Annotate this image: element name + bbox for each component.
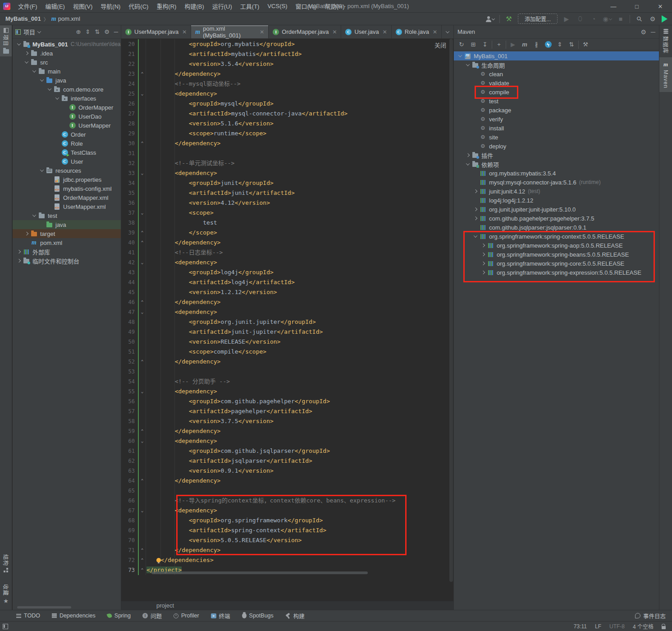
- menu-item[interactable]: 重构(R): [152, 0, 180, 13]
- code-line[interactable]: 23⌃ </dependency>: [121, 69, 449, 79]
- code-line[interactable]: 45 <version>1.2.12</version>: [121, 287, 449, 297]
- project-tree-row[interactable]: OrderMapper.xml: [13, 193, 121, 202]
- maven-tree-row[interactable]: 插件: [454, 151, 659, 160]
- project-tree-row[interactable]: src: [13, 58, 121, 67]
- tab-close-icon[interactable]: ✕: [332, 29, 337, 35]
- tool-window-button[interactable]: !问题: [142, 612, 162, 620]
- coverage-icon[interactable]: ◉: [603, 14, 612, 23]
- minimize-button[interactable]: —: [602, 0, 625, 13]
- expand-all-icon[interactable]: ⇕: [85, 28, 90, 35]
- tool-window-button[interactable]: 构建: [285, 612, 305, 620]
- breadcrumb-project[interactable]: MyBatis_001: [5, 15, 41, 22]
- code-line[interactable]: 25⌄ <dependency>: [121, 89, 449, 99]
- code-line[interactable]: 52⌃ </dependency>: [121, 357, 449, 367]
- menu-item[interactable]: 代码(C): [124, 0, 152, 13]
- chevron-right-icon[interactable]: [15, 259, 23, 262]
- maven-tree-row[interactable]: ⚙test: [454, 97, 659, 106]
- expand-all-icon[interactable]: ⇕: [555, 40, 565, 49]
- add-maven-project-icon[interactable]: +: [494, 40, 504, 49]
- stop-icon[interactable]: ■: [616, 14, 625, 23]
- project-hscrollbar[interactable]: [17, 606, 71, 608]
- fold-marker-icon[interactable]: ⌃: [139, 565, 146, 575]
- chevron-down-icon[interactable]: [46, 88, 53, 91]
- code-line[interactable]: 46⌃ </dependency>: [121, 297, 449, 307]
- menu-item[interactable]: 运行(U): [208, 0, 236, 13]
- file-encoding[interactable]: UTF-8: [609, 623, 625, 630]
- search-icon[interactable]: ⚲: [635, 14, 644, 23]
- ide-badge-icon[interactable]: [662, 15, 667, 23]
- maven-tree-row[interactable]: MyBatis_001: [454, 51, 659, 60]
- chevron-right-icon[interactable]: [472, 217, 479, 220]
- tool-window-button[interactable]: Profiler: [174, 613, 199, 619]
- project-tree-row[interactable]: java: [13, 220, 121, 229]
- maven-tree-row[interactable]: ⚙install: [454, 124, 659, 133]
- code-line[interactable]: 41 <!--日志坐标-->: [121, 248, 449, 258]
- maven-tree-row[interactable]: mysql:mysql-connector-java:5.1.6 (runtim…: [454, 178, 659, 187]
- code-line[interactable]: 44 <artifactId>log4j</artifactId>: [121, 277, 449, 287]
- code-line[interactable]: 65: [121, 486, 449, 496]
- code-line[interactable]: 62 <artifactId>jsqlparser</artifactId>: [121, 456, 449, 466]
- stripe-button-database[interactable]: 数据库: [659, 25, 672, 57]
- code-line[interactable]: 47⌄ <dependency>: [121, 307, 449, 317]
- maven-tree-row[interactable]: org.springframework:spring-aop:5.0.5.REL…: [454, 241, 659, 250]
- fold-marker-icon[interactable]: ⌃: [139, 297, 146, 307]
- code-line[interactable]: 36 <version>4.12</version>: [121, 198, 449, 208]
- project-tree-row[interactable]: IOrderMapper: [13, 103, 121, 112]
- tool-window-button[interactable]: SpotBugs: [242, 613, 274, 619]
- chevron-down-icon[interactable]: [38, 169, 46, 172]
- fold-marker-icon[interactable]: ⌄: [139, 89, 146, 99]
- fold-marker-icon[interactable]: ⌄: [139, 208, 146, 218]
- panel-settings-icon[interactable]: ⚙: [104, 28, 110, 35]
- maven-tree-row[interactable]: ⚙site: [454, 133, 659, 142]
- chevron-down-icon[interactable]: [464, 64, 471, 66]
- maven-tree-row[interactable]: ⚙verify: [454, 115, 659, 124]
- code-line[interactable]: 35 <artifactId>junit</artifactId>: [121, 188, 449, 198]
- fold-marker-icon[interactable]: ⌃: [139, 138, 146, 148]
- fold-marker-icon[interactable]: ⌃: [139, 426, 146, 436]
- offline-mode-icon[interactable]: ϟ: [543, 40, 553, 49]
- maven-tree-row[interactable]: ⚙compile: [454, 88, 659, 97]
- fold-marker-icon[interactable]: ⌄: [139, 506, 146, 516]
- code-line[interactable]: 30⌃ </dependency>: [121, 138, 449, 148]
- code-line[interactable]: 58 <version>3.7.5</version>: [121, 416, 449, 426]
- tool-window-switcher-icon[interactable]: [3, 624, 8, 629]
- chevron-right-icon[interactable]: [15, 250, 23, 253]
- stripe-button-maven[interactable]: m Maven: [659, 57, 672, 92]
- reimport-icon[interactable]: ↻: [457, 40, 466, 49]
- project-tree-row[interactable]: mybatis-config.xml: [13, 184, 121, 193]
- project-tree-row[interactable]: java: [13, 76, 121, 85]
- maven-tree-row[interactable]: junit:junit:4.12 (test): [454, 187, 659, 196]
- chevron-down-icon[interactable]: [464, 163, 471, 166]
- code-line[interactable]: 31: [121, 148, 449, 158]
- maven-tree-row[interactable]: com.github.pagehelper:pagehelper:3.7.5: [454, 214, 659, 223]
- project-tree-row[interactable]: COrder: [13, 130, 121, 139]
- code-line[interactable]: 22 <version>3.5.4</version>: [121, 59, 449, 69]
- tab-close-icon[interactable]: ✕: [433, 29, 437, 35]
- profiler-icon[interactable]: ◔: [589, 14, 598, 23]
- stripe-button-favorites[interactable]: 收藏 ★: [2, 581, 10, 607]
- code-line[interactable]: 67⌄ <dependency>: [121, 506, 449, 516]
- project-tree-row[interactable]: 外部库: [13, 247, 121, 256]
- project-tree-row[interactable]: UserMapper.xml: [13, 202, 121, 211]
- execute-goal-icon[interactable]: m: [520, 40, 530, 49]
- editor-hscrollbar[interactable]: [151, 571, 368, 574]
- code-line[interactable]: 69 <artifactId>spring-context</artifactI…: [121, 525, 449, 535]
- fold-marker-icon[interactable]: ⌃: [139, 69, 146, 79]
- intention-bulb-icon[interactable]: [156, 558, 161, 562]
- hide-panel-icon[interactable]: ─: [114, 28, 118, 35]
- download-sources-icon[interactable]: ↧: [480, 40, 490, 49]
- menu-item[interactable]: 编辑(E): [41, 0, 69, 13]
- tab-overflow-chevron-icon[interactable]: [442, 25, 453, 38]
- project-tree-row[interactable]: target: [13, 229, 121, 238]
- chevron-right-icon[interactable]: [23, 52, 30, 55]
- fold-marker-icon[interactable]: ⌄: [139, 258, 146, 267]
- project-tree-row[interactable]: CTestClass: [13, 148, 121, 157]
- code-line[interactable]: 34 <groupId>junit</groupId>: [121, 178, 449, 188]
- project-tree-row[interactable]: resources: [13, 166, 121, 175]
- code-line[interactable]: 28 <version>5.1.6</version>: [121, 119, 449, 129]
- code-line[interactable]: 72⌃ </dependencies>: [121, 555, 449, 565]
- code-line[interactable]: 29 <scope>runtime</scope>: [121, 129, 449, 138]
- tab-close-icon[interactable]: ✕: [383, 29, 387, 35]
- project-tree-row[interactable]: CRole: [13, 139, 121, 148]
- menu-item[interactable]: 文件(F): [14, 0, 41, 13]
